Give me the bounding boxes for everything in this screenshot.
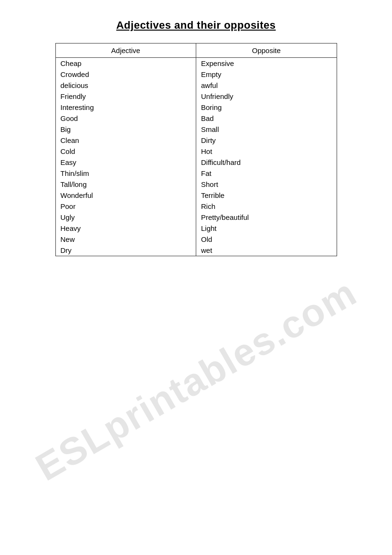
table-row: CheapExpensive [56, 58, 337, 69]
adjective-cell: Crowded [56, 69, 196, 80]
table-row: BigSmall [56, 124, 337, 135]
adjectives-table-container: Adjective Opposite CheapExpensiveCrowded… [55, 43, 337, 256]
table-row: NewOld [56, 234, 337, 245]
adjective-cell: Cold [56, 146, 196, 157]
table-row: ColdHot [56, 146, 337, 157]
table-row: CleanDirty [56, 135, 337, 146]
table-row: CrowdedEmpty [56, 69, 337, 80]
column-header-adjective: Adjective [56, 44, 196, 58]
adjective-cell: Cheap [56, 58, 196, 69]
table-row: UglyPretty/beautiful [56, 212, 337, 223]
opposite-cell: Light [196, 223, 337, 234]
adjective-cell: Poor [56, 201, 196, 212]
opposite-cell: Boring [196, 102, 337, 113]
opposite-cell: Short [196, 179, 337, 190]
adjective-cell: Friendly [56, 91, 196, 102]
table-row: WonderfulTerrible [56, 190, 337, 201]
opposite-cell: awful [196, 80, 337, 91]
table-body: CheapExpensiveCrowdedEmptydeliciousawful… [56, 58, 337, 256]
table-row: HeavyLight [56, 223, 337, 234]
opposite-cell: Dirty [196, 135, 337, 146]
opposite-cell: Bad [196, 113, 337, 124]
table-row: InterestingBoring [56, 102, 337, 113]
adjective-cell: Clean [56, 135, 196, 146]
table-row: FriendlyUnfriendly [56, 91, 337, 102]
table-row: Drywet [56, 245, 337, 256]
adjective-cell: Easy [56, 157, 196, 168]
opposite-cell: wet [196, 245, 337, 256]
page: Adjectives and their opposites Adjective… [0, 0, 392, 555]
opposite-cell: Expensive [196, 58, 337, 69]
adjective-cell: Ugly [56, 212, 196, 223]
opposite-cell: Fat [196, 168, 337, 179]
adjective-cell: Interesting [56, 102, 196, 113]
adjective-cell: Good [56, 113, 196, 124]
adjective-cell: Heavy [56, 223, 196, 234]
adjective-cell: Tall/long [56, 179, 196, 190]
table-row: GoodBad [56, 113, 337, 124]
table-header-row: Adjective Opposite [56, 44, 337, 58]
adjective-cell: New [56, 234, 196, 245]
opposite-cell: Rich [196, 201, 337, 212]
adjective-cell: Thin/slim [56, 168, 196, 179]
opposite-cell: Empty [196, 69, 337, 80]
table-row: Tall/longShort [56, 179, 337, 190]
table-row: EasyDifficult/hard [56, 157, 337, 168]
watermark: ESLprintables.com [28, 271, 364, 490]
opposite-cell: Hot [196, 146, 337, 157]
opposite-cell: Terrible [196, 190, 337, 201]
adjective-cell: delicious [56, 80, 196, 91]
column-header-opposite: Opposite [196, 44, 337, 58]
page-title: Adjectives and their opposites [29, 19, 363, 32]
opposite-cell: Old [196, 234, 337, 245]
opposite-cell: Small [196, 124, 337, 135]
table-row: Thin/slimFat [56, 168, 337, 179]
adjective-cell: Wonderful [56, 190, 196, 201]
table-row: deliciousawful [56, 80, 337, 91]
adjective-cell: Big [56, 124, 196, 135]
table-header: Adjective Opposite [56, 44, 337, 58]
table-row: PoorRich [56, 201, 337, 212]
opposite-cell: Difficult/hard [196, 157, 337, 168]
opposite-cell: Unfriendly [196, 91, 337, 102]
adjective-cell: Dry [56, 245, 196, 256]
adjectives-table: Adjective Opposite CheapExpensiveCrowded… [56, 44, 337, 256]
opposite-cell: Pretty/beautiful [196, 212, 337, 223]
